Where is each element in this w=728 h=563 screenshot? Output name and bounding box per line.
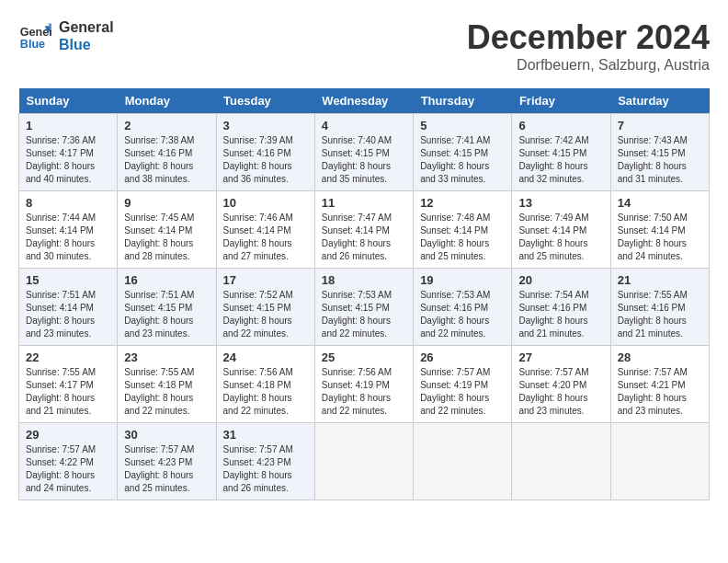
day-info: Sunrise: 7:40 AMSunset: 4:15 PMDaylight:…	[322, 134, 406, 186]
calendar-cell: 26Sunrise: 7:57 AMSunset: 4:19 PMDayligh…	[414, 346, 512, 423]
day-info: Sunrise: 7:54 AMSunset: 4:16 PMDaylight:…	[518, 289, 603, 340]
day-info: Sunrise: 7:48 AMSunset: 4:14 PMDaylight:…	[420, 212, 505, 263]
day-number: 10	[223, 196, 308, 210]
day-number: 7	[618, 119, 702, 132]
weekday-header-saturday: Saturday	[610, 88, 709, 114]
day-number: 2	[124, 119, 209, 132]
day-info: Sunrise: 7:41 AMSunset: 4:15 PMDaylight:…	[420, 134, 505, 186]
calendar-cell: 21Sunrise: 7:55 AMSunset: 4:16 PMDayligh…	[610, 269, 709, 346]
calendar-cell: 8Sunrise: 7:44 AMSunset: 4:14 PMDaylight…	[19, 191, 118, 269]
day-number: 30	[124, 428, 209, 442]
day-number: 13	[518, 196, 603, 210]
calendar-cell	[512, 423, 610, 500]
day-info: Sunrise: 7:39 AMSunset: 4:16 PMDaylight:…	[223, 134, 308, 186]
calendar-cell: 18Sunrise: 7:53 AMSunset: 4:15 PMDayligh…	[314, 269, 413, 346]
logo-icon: General Blue	[18, 19, 51, 52]
day-info: Sunrise: 7:45 AMSunset: 4:14 PMDaylight:…	[124, 212, 209, 263]
calendar-cell: 15Sunrise: 7:51 AMSunset: 4:14 PMDayligh…	[19, 269, 118, 346]
day-info: Sunrise: 7:36 AMSunset: 4:17 PMDaylight:…	[26, 134, 110, 186]
calendar-cell: 23Sunrise: 7:55 AMSunset: 4:18 PMDayligh…	[118, 346, 216, 423]
day-info: Sunrise: 7:57 AMSunset: 4:21 PMDaylight:…	[618, 366, 702, 418]
calendar-week-row: 1Sunrise: 7:36 AMSunset: 4:17 PMDaylight…	[19, 114, 710, 191]
day-info: Sunrise: 7:57 AMSunset: 4:23 PMDaylight:…	[124, 443, 209, 495]
day-info: Sunrise: 7:50 AMSunset: 4:14 PMDaylight:…	[618, 212, 702, 263]
calendar-cell: 24Sunrise: 7:56 AMSunset: 4:18 PMDayligh…	[216, 346, 314, 423]
calendar-cell: 1Sunrise: 7:36 AMSunset: 4:17 PMDaylight…	[19, 114, 118, 191]
day-info: Sunrise: 7:42 AMSunset: 4:15 PMDaylight:…	[518, 134, 603, 186]
day-number: 11	[322, 196, 406, 210]
day-number: 20	[518, 273, 603, 287]
day-info: Sunrise: 7:52 AMSunset: 4:15 PMDaylight:…	[223, 289, 308, 340]
day-info: Sunrise: 7:38 AMSunset: 4:16 PMDaylight:…	[124, 134, 209, 186]
day-number: 22	[26, 350, 110, 364]
day-info: Sunrise: 7:57 AMSunset: 4:19 PMDaylight:…	[420, 366, 505, 418]
day-info: Sunrise: 7:55 AMSunset: 4:18 PMDaylight:…	[124, 366, 209, 418]
day-number: 14	[618, 196, 702, 210]
day-number: 25	[322, 350, 406, 364]
logo-line2: Blue	[59, 36, 114, 53]
day-number: 15	[26, 273, 110, 287]
calendar-cell: 3Sunrise: 7:39 AMSunset: 4:16 PMDaylight…	[216, 114, 314, 191]
day-info: Sunrise: 7:43 AMSunset: 4:15 PMDaylight:…	[618, 134, 702, 186]
weekday-header-monday: Monday	[118, 88, 216, 114]
calendar-cell: 22Sunrise: 7:55 AMSunset: 4:17 PMDayligh…	[19, 346, 118, 423]
day-number: 23	[124, 350, 209, 364]
day-number: 5	[420, 119, 505, 132]
calendar-body: 1Sunrise: 7:36 AMSunset: 4:17 PMDaylight…	[19, 114, 710, 500]
calendar-week-row: 22Sunrise: 7:55 AMSunset: 4:17 PMDayligh…	[19, 346, 710, 423]
calendar-week-row: 15Sunrise: 7:51 AMSunset: 4:14 PMDayligh…	[19, 269, 710, 346]
calendar-cell: 17Sunrise: 7:52 AMSunset: 4:15 PMDayligh…	[216, 269, 314, 346]
day-info: Sunrise: 7:46 AMSunset: 4:14 PMDaylight:…	[223, 212, 308, 263]
day-info: Sunrise: 7:56 AMSunset: 4:18 PMDaylight:…	[223, 366, 308, 418]
calendar-cell: 9Sunrise: 7:45 AMSunset: 4:14 PMDaylight…	[118, 191, 216, 269]
day-number: 16	[124, 273, 209, 287]
calendar-week-row: 29Sunrise: 7:57 AMSunset: 4:22 PMDayligh…	[19, 423, 710, 500]
calendar-cell: 27Sunrise: 7:57 AMSunset: 4:20 PMDayligh…	[512, 346, 610, 423]
calendar-header-row: SundayMondayTuesdayWednesdayThursdayFrid…	[19, 88, 710, 114]
day-number: 9	[124, 196, 209, 210]
calendar-cell: 14Sunrise: 7:50 AMSunset: 4:14 PMDayligh…	[610, 191, 709, 269]
day-number: 4	[322, 119, 406, 132]
day-info: Sunrise: 7:57 AMSunset: 4:23 PMDaylight:…	[223, 443, 308, 495]
day-info: Sunrise: 7:44 AMSunset: 4:14 PMDaylight:…	[26, 212, 110, 263]
calendar-cell: 2Sunrise: 7:38 AMSunset: 4:16 PMDaylight…	[118, 114, 216, 191]
calendar-cell: 10Sunrise: 7:46 AMSunset: 4:14 PMDayligh…	[216, 191, 314, 269]
calendar-cell: 7Sunrise: 7:43 AMSunset: 4:15 PMDaylight…	[610, 114, 709, 191]
day-number: 29	[26, 428, 110, 442]
day-number: 26	[420, 350, 505, 364]
weekday-header-thursday: Thursday	[414, 88, 512, 114]
day-number: 12	[420, 196, 505, 210]
calendar-cell: 11Sunrise: 7:47 AMSunset: 4:14 PMDayligh…	[314, 191, 413, 269]
day-number: 24	[223, 350, 308, 364]
calendar-cell	[314, 423, 413, 500]
calendar-cell: 4Sunrise: 7:40 AMSunset: 4:15 PMDaylight…	[314, 114, 413, 191]
day-number: 19	[420, 273, 505, 287]
calendar-cell	[610, 423, 709, 500]
calendar-cell: 31Sunrise: 7:57 AMSunset: 4:23 PMDayligh…	[216, 423, 314, 500]
day-info: Sunrise: 7:56 AMSunset: 4:19 PMDaylight:…	[322, 366, 406, 418]
day-number: 27	[518, 350, 603, 364]
day-info: Sunrise: 7:53 AMSunset: 4:16 PMDaylight:…	[420, 289, 505, 340]
day-number: 31	[223, 428, 308, 442]
location-subtitle: Dorfbeuern, Salzburg, Austria	[467, 57, 710, 74]
weekday-header-friday: Friday	[512, 88, 610, 114]
calendar-cell: 25Sunrise: 7:56 AMSunset: 4:19 PMDayligh…	[314, 346, 413, 423]
day-number: 1	[26, 119, 110, 132]
calendar-cell: 19Sunrise: 7:53 AMSunset: 4:16 PMDayligh…	[414, 269, 512, 346]
weekday-header-sunday: Sunday	[19, 88, 118, 114]
weekday-header-tuesday: Tuesday	[216, 88, 314, 114]
logo-line1: General	[59, 18, 114, 36]
calendar-cell: 20Sunrise: 7:54 AMSunset: 4:16 PMDayligh…	[512, 269, 610, 346]
day-number: 3	[223, 119, 308, 132]
calendar-table: SundayMondayTuesdayWednesdayThursdayFrid…	[18, 88, 710, 500]
day-info: Sunrise: 7:51 AMSunset: 4:15 PMDaylight:…	[124, 289, 209, 340]
day-info: Sunrise: 7:51 AMSunset: 4:14 PMDaylight:…	[26, 289, 110, 340]
month-title: December 2024	[467, 18, 710, 57]
weekday-header-wednesday: Wednesday	[314, 88, 413, 114]
day-number: 21	[618, 273, 702, 287]
day-info: Sunrise: 7:57 AMSunset: 4:20 PMDaylight:…	[518, 366, 603, 418]
day-info: Sunrise: 7:49 AMSunset: 4:14 PMDaylight:…	[518, 212, 603, 263]
calendar-cell: 12Sunrise: 7:48 AMSunset: 4:14 PMDayligh…	[414, 191, 512, 269]
svg-text:Blue: Blue	[20, 38, 45, 51]
day-number: 17	[223, 273, 308, 287]
